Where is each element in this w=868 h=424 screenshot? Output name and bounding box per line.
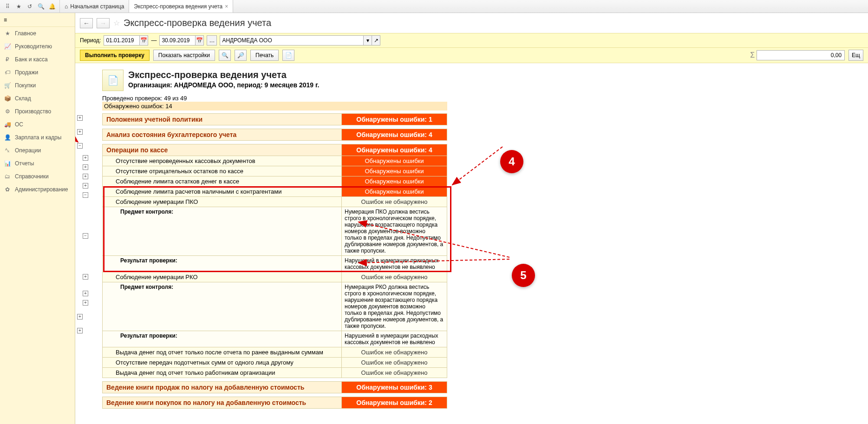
box-icon: 📦 (4, 95, 11, 102)
expand-node[interactable]: + (83, 300, 88, 306)
star-icon: ★ (4, 30, 11, 37)
menu-button[interactable]: ≡ (0, 13, 75, 27)
check-title[interactable]: Соблюдение лимита расчетов наличными с к… (103, 187, 342, 197)
back-button[interactable]: ← (80, 18, 93, 28)
print-button[interactable]: Печать (250, 50, 279, 61)
chevron-down-icon[interactable]: ▾ (364, 35, 372, 46)
sidebar-item-operations[interactable]: ᴬₖОперации (0, 144, 75, 157)
home-icon: ⌂ (65, 3, 68, 10)
check-status: Обнаружены ошибки (342, 156, 447, 166)
check-title[interactable]: Соблюдение лимита остатков денег в кассе (103, 176, 342, 187)
section-status: Обнаружены ошибки: 2 (342, 397, 447, 409)
star-icon[interactable]: ★ (13, 1, 24, 12)
expand-node[interactable]: + (83, 183, 88, 189)
more-button[interactable]: Ещ (848, 50, 863, 61)
section-title[interactable]: Операции по кассе (103, 144, 342, 156)
section-title[interactable]: Ведение книги продаж по налогу на добавл… (103, 382, 342, 393)
date-from-input[interactable] (104, 35, 140, 46)
sidebar-item-manager[interactable]: 📈Руководителю (0, 40, 75, 53)
bars-icon: 📊 (4, 160, 11, 167)
errors-found: Обнаружено ошибок: 14 (102, 102, 447, 111)
open-icon[interactable]: ↗ (372, 35, 380, 46)
tree-column: + + − + + + + − − + + + + + (75, 63, 102, 424)
section-status: Обнаружены ошибки: 3 (342, 382, 447, 393)
expand-node[interactable]: + (83, 291, 88, 296)
detail-result-value: Нарушений в нумерации приходных кассовых… (342, 256, 447, 272)
expand-node[interactable]: + (77, 115, 83, 121)
sidebar-item-warehouse[interactable]: 📦Склад (0, 92, 75, 105)
period-label: Период: (80, 37, 101, 44)
sidebar-item-catalogs[interactable]: 🗂Справочники (0, 170, 75, 183)
sidebar-item-main[interactable]: ★Главное (0, 27, 75, 40)
check-title[interactable]: Соблюдение нумерации РКО (103, 272, 342, 282)
tab-express[interactable]: Экспресс-проверка ведения учета × (129, 0, 233, 13)
check-title[interactable]: Соблюдение нумерации ПКО (103, 197, 342, 207)
tab-express-label: Экспресс-проверка ведения учета (134, 3, 222, 10)
sidebar-item-bank[interactable]: ₽Банк и касса (0, 53, 75, 66)
section-status: Обнаружены ошибки: 4 (342, 144, 447, 156)
report-area: + + − + + + + − − + + + + + � (75, 63, 868, 424)
org-input[interactable] (220, 35, 364, 46)
expand-node[interactable]: + (77, 328, 83, 333)
calendar-icon[interactable]: 📅 (140, 35, 148, 46)
expand-node[interactable]: + (77, 314, 83, 320)
detail-subject-value: Нумерация ПКО должна вестись строго в хр… (342, 207, 447, 256)
sidebar-item-assets[interactable]: 🚚ОС (0, 118, 75, 131)
chart-icon: 📈 (4, 43, 11, 50)
sidebar-item-reports[interactable]: 📊Отчеты (0, 157, 75, 170)
close-icon[interactable]: × (225, 3, 228, 10)
expand-node[interactable]: + (83, 155, 88, 161)
check-title[interactable]: Отсутствие непроведенных кассовых докуме… (103, 156, 342, 166)
search-icon[interactable]: 🔍 (219, 50, 231, 61)
report-table: Положения учетной политикиОбнаружены оши… (102, 113, 447, 409)
tab-home[interactable]: ⌂ Начальная страница (60, 0, 129, 13)
sidebar-item-sales[interactable]: 🏷Продажи (0, 66, 75, 79)
section-title[interactable]: Анализ состояния бухгалтерского учета (103, 129, 342, 141)
find-next-icon[interactable]: 🔎 (235, 50, 247, 61)
check-title[interactable]: Выдача денег под отчет только работникам… (103, 368, 342, 378)
show-settings-button[interactable]: Показать настройки (153, 50, 215, 61)
section-title[interactable]: Ведение книги покупок по налогу на добав… (103, 397, 342, 409)
favorite-icon[interactable]: ☆ (113, 19, 120, 27)
sidebar-item-salary[interactable]: 👤Зарплата и кадры (0, 131, 75, 144)
sidebar-item-purchases[interactable]: 🛒Покупки (0, 79, 75, 92)
sidebar: ≡ ★Главное 📈Руководителю ₽Банк и касса 🏷… (0, 13, 75, 424)
bell-icon[interactable]: 🔔 (46, 1, 58, 12)
detail-subject-value: Нумерация РКО должна вестись строго в хр… (342, 282, 447, 331)
document-icon[interactable]: 📄 (282, 50, 294, 61)
action-bar: Выполнить проверку Показать настройки 🔍 … (75, 48, 868, 63)
sidebar-item-admin[interactable]: ✿Администрирование (0, 183, 75, 196)
sigma-icon: Σ (750, 51, 755, 59)
calendar-icon[interactable]: 📅 (196, 35, 204, 46)
collapse-node[interactable]: − (83, 192, 88, 198)
expand-node[interactable]: + (77, 129, 83, 135)
date-to-input[interactable] (159, 35, 196, 46)
check-status: Обнаружены ошибки (342, 166, 447, 176)
search-icon[interactable]: 🔍 (35, 1, 46, 12)
tag-icon: 🏷 (4, 69, 11, 76)
period-select-button[interactable]: … (207, 35, 217, 46)
callout-5: 5 (512, 264, 535, 287)
report-title: Экспресс-проверка ведения учета (128, 70, 319, 80)
check-title[interactable]: Выдача денег под отчет только после отче… (103, 347, 342, 358)
forward-button[interactable]: → (97, 18, 110, 28)
expand-node[interactable]: + (83, 274, 88, 280)
page-title: Экспресс-проверка ведения учета (124, 18, 271, 28)
sidebar-item-production[interactable]: ⚙Производство (0, 105, 75, 118)
check-title[interactable]: Отсутствие передач подотчетных сумм от о… (103, 358, 342, 368)
document-icon: 📄 (102, 70, 124, 91)
collapse-node[interactable]: − (83, 233, 88, 239)
expand-node[interactable]: + (83, 174, 88, 179)
check-title[interactable]: Отсутствие отрицательных остатков по кас… (103, 166, 342, 176)
history-icon[interactable]: ↺ (24, 1, 35, 12)
run-check-button[interactable]: Выполнить проверку (80, 50, 150, 61)
section-title[interactable]: Положения учетной политики (103, 114, 342, 125)
apps-icon[interactable]: ⠿ (2, 1, 13, 12)
folder-icon: 🗂 (4, 173, 11, 180)
expand-node[interactable]: + (83, 164, 88, 170)
tab-home-label: Начальная страница (70, 3, 124, 10)
content-area: ← → ☆ Экспресс-проверка ведения учета Пе… (75, 13, 868, 424)
check-status: Обнаружены ошибки (342, 187, 447, 197)
sum-input[interactable] (757, 50, 845, 60)
collapse-node[interactable]: − (77, 143, 83, 149)
